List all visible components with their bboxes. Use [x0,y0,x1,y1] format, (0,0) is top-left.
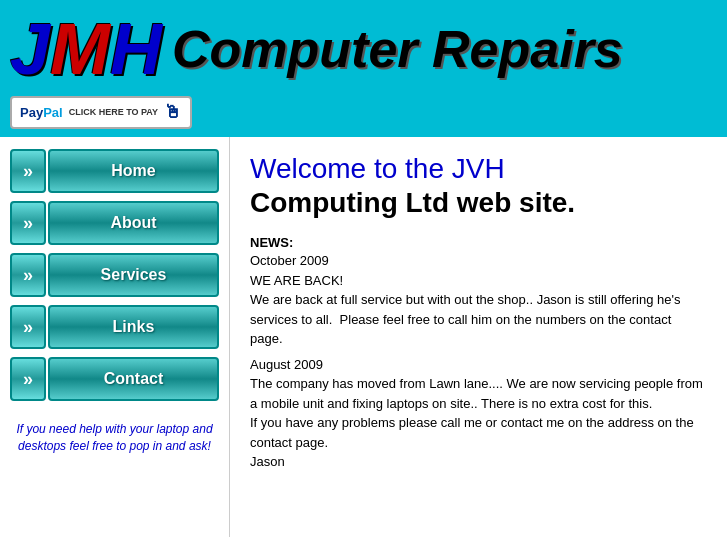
news-item-1-body: WE ARE BACK!We are back at full service … [250,271,707,349]
logo-letter-m: M [50,13,110,85]
nav-home[interactable]: » Home [10,149,219,193]
sidebar: » Home » About » Services » Links » Cont… [0,137,230,537]
nav-about[interactable]: » About [10,201,219,245]
site-header: J M H Computer Repairs [0,0,727,90]
welcome-heading-line1: Welcome to the JVH [250,153,707,185]
nav-services-label: Services [48,253,219,297]
logo-letter-h: H [110,13,162,85]
nav-links-arrow: » [10,305,46,349]
logo-text: Computer Repairs [172,23,623,75]
nav-home-label: Home [48,149,219,193]
sidebar-note: If you need help with your laptop and de… [12,421,217,455]
nav-links-label: Links [48,305,219,349]
main-content: Welcome to the JVH Computing Ltd web sit… [230,137,727,537]
paypal-button[interactable]: PayPal CLICK HERE TO PAY 🖱 [10,96,192,129]
main-layout: » Home » About » Services » Links » Cont… [0,137,727,537]
news-label: NEWS: [250,235,293,250]
nav-contact-arrow: » [10,357,46,401]
paypal-icon: 🖱 [164,102,182,123]
nav-links[interactable]: » Links [10,305,219,349]
nav-home-arrow: » [10,149,46,193]
logo-jmh: J M H [10,13,162,85]
welcome-heading-line2: Computing Ltd web site. [250,187,707,219]
nav-contact-label: Contact [48,357,219,401]
paypal-logo: PayPal [20,105,63,120]
nav-contact[interactable]: » Contact [10,357,219,401]
news-item-1-date: October 2009 [250,251,707,271]
nav-about-arrow: » [10,201,46,245]
news-item-2-date: August 2009 [250,355,707,375]
nav-services[interactable]: » Services [10,253,219,297]
news-section: NEWS: October 2009 WE ARE BACK!We are ba… [250,233,707,472]
nav-services-arrow: » [10,253,46,297]
news-item-2-body: The company has moved from Lawn lane....… [250,374,707,472]
paypal-bar: PayPal CLICK HERE TO PAY 🖱 [0,90,727,137]
paypal-label: CLICK HERE TO PAY [69,107,158,118]
logo-letter-j: J [10,13,50,85]
nav-about-label: About [48,201,219,245]
